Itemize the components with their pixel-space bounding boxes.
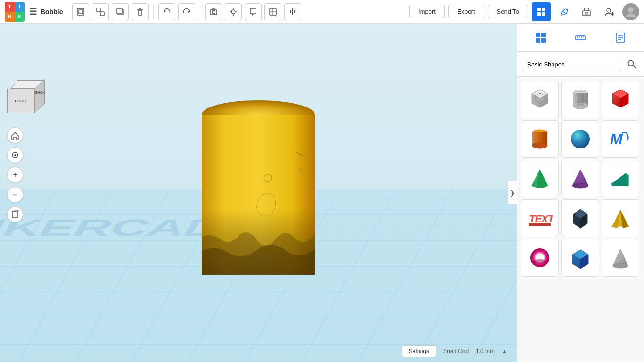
logo-cell-n: N <box>5 12 15 22</box>
svg-point-14 <box>231 10 235 14</box>
toolbar-separator-1 <box>153 5 154 19</box>
svg-rect-52 <box>541 38 546 43</box>
svg-line-40 <box>296 152 305 157</box>
panel-collapse-button[interactable]: ❯ <box>507 181 517 205</box>
send-to-button[interactable]: Send To <box>488 5 528 18</box>
view-camera-button[interactable] <box>205 3 222 20</box>
import-button[interactable]: Import <box>409 5 445 18</box>
add-user-button[interactable] <box>600 2 619 21</box>
snap-grid-value: 1.0 mm <box>476 348 495 354</box>
cube-face-front: RIGHT <box>7 89 34 113</box>
svg-point-86 <box>572 183 588 188</box>
shape-prism-blue[interactable] <box>561 239 599 277</box>
right-panel: Basic Shapes Letters Numbers Geometric C… <box>517 24 644 362</box>
svg-text:TEXT: TEXT <box>529 213 553 225</box>
shape-wedge-teal[interactable] <box>602 160 639 197</box>
svg-rect-51 <box>536 38 540 43</box>
shape-pyramid-green[interactable] <box>521 160 559 197</box>
viewport-controls: + − <box>7 127 23 222</box>
zoom-in-button[interactable]: + <box>7 167 23 183</box>
project-name[interactable]: Bobble <box>41 8 63 16</box>
light-button[interactable] <box>225 3 242 20</box>
svg-rect-28 <box>542 12 545 16</box>
ortho-view-button[interactable] <box>7 206 23 222</box>
shape-category-selector: Basic Shapes Letters Numbers Geometric C… <box>517 52 644 77</box>
fit-view-button[interactable] <box>7 147 23 163</box>
bottom-bar: Settings Snap Grid 1.0 mm ▲ <box>402 345 507 357</box>
shape-box-solid[interactable] <box>602 81 639 118</box>
shape-pyramid-yellow[interactable] <box>602 199 639 237</box>
svg-point-79 <box>532 143 547 148</box>
svg-rect-31 <box>585 12 588 14</box>
svg-point-62 <box>628 61 634 66</box>
align-button[interactable] <box>284 3 301 20</box>
svg-rect-5 <box>117 8 122 14</box>
shape-box-hole[interactable] <box>521 81 559 118</box>
logo-cell-t: T <box>5 2 15 12</box>
toolbar-actions <box>72 3 301 20</box>
duplicate-button[interactable] <box>112 3 129 20</box>
tinkercad-logo[interactable]: T I N K <box>5 2 25 22</box>
cube-label-back: BACK <box>35 91 44 94</box>
delete-button[interactable] <box>132 3 149 20</box>
build-button[interactable] <box>554 2 573 21</box>
3d-object-cylinder[interactable] <box>202 115 315 289</box>
svg-point-44 <box>14 154 16 156</box>
shapes-grid: M <box>517 77 644 362</box>
shape-cone-purple[interactable] <box>561 160 599 197</box>
svg-rect-1 <box>79 10 83 14</box>
svg-point-80 <box>571 130 590 148</box>
svg-text:M: M <box>610 131 623 148</box>
topbar-title: ☰ Bobble <box>29 7 63 17</box>
home-view-button[interactable] <box>7 127 23 143</box>
svg-line-41 <box>298 169 303 170</box>
settings-button[interactable]: Settings <box>402 345 436 357</box>
svg-rect-3 <box>100 12 104 16</box>
3d-viewport[interactable]: TINKERCAD <box>0 24 517 362</box>
svg-point-100 <box>533 259 546 264</box>
cylinder-eroded <box>202 209 315 275</box>
shape-cylinder-orange[interactable] <box>521 120 559 158</box>
ungroup-button[interactable] <box>92 3 109 20</box>
cylinder-body <box>202 115 315 275</box>
group-button[interactable] <box>72 3 89 20</box>
svg-rect-2 <box>97 8 100 12</box>
topbar-right: Import Export Send To <box>409 2 639 21</box>
view-cube[interactable]: BACK RIGHT <box>7 80 50 123</box>
shape-category-dropdown[interactable]: Basic Shapes Letters Numbers Geometric C… <box>522 58 621 71</box>
snap-button[interactable] <box>264 3 281 20</box>
shapes-view-button[interactable] <box>530 27 551 48</box>
svg-rect-53 <box>576 36 585 40</box>
grid-view-button[interactable] <box>532 2 551 21</box>
cube-label-right: RIGHT <box>15 99 27 103</box>
zoom-out-button[interactable]: − <box>7 187 23 203</box>
snap-grid-label: Snap Grid <box>443 348 469 354</box>
redo-button[interactable] <box>178 3 195 20</box>
shape-cone-gray[interactable] <box>602 239 639 277</box>
svg-marker-89 <box>611 173 628 186</box>
shape-text-red[interactable]: TEXT <box>521 199 559 237</box>
right-nav <box>517 24 644 52</box>
store-button[interactable] <box>577 2 596 21</box>
svg-rect-50 <box>541 33 546 37</box>
notes-button[interactable] <box>245 3 262 20</box>
export-button[interactable]: Export <box>448 5 484 18</box>
shape-scribble[interactable]: M <box>602 120 639 158</box>
shape-search-button[interactable] <box>624 57 639 72</box>
ruler-button[interactable] <box>570 27 591 48</box>
shape-sphere-blue[interactable] <box>561 120 599 158</box>
notes-panel-button[interactable] <box>610 27 631 48</box>
svg-point-32 <box>607 8 611 12</box>
shape-box-navy[interactable] <box>561 199 599 237</box>
snap-grid-arrow[interactable]: ▲ <box>502 348 507 354</box>
undo-button[interactable] <box>158 3 175 20</box>
shape-cylinder-hole[interactable] <box>561 81 599 118</box>
svg-rect-0 <box>77 8 84 15</box>
user-avatar[interactable] <box>622 3 639 20</box>
shape-torus-pink[interactable] <box>521 239 559 277</box>
svg-rect-49 <box>536 33 540 37</box>
svg-line-63 <box>633 65 636 68</box>
svg-point-42 <box>264 174 272 182</box>
toolbar-separator-2 <box>200 5 200 19</box>
svg-text:TINKERCAD: TINKERCAD <box>0 214 229 240</box>
